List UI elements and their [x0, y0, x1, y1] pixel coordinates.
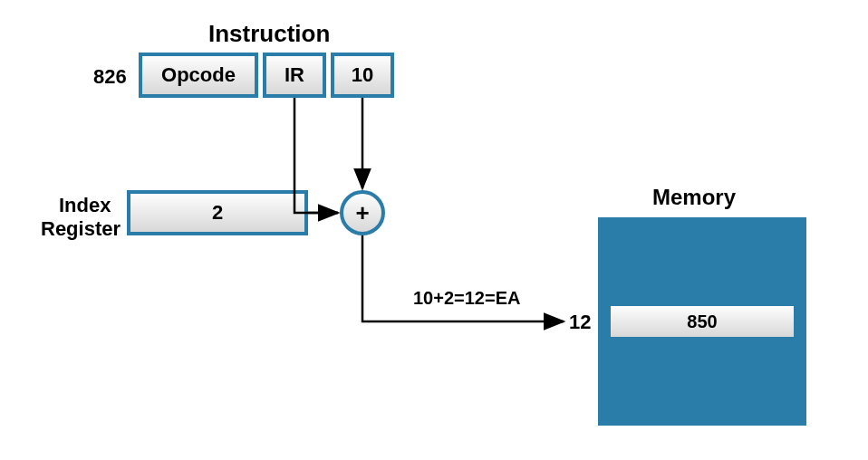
opcode-label: Opcode — [161, 63, 236, 87]
ir-label: IR — [285, 63, 304, 87]
memory-row: 850 — [607, 302, 797, 340]
memory-value: 850 — [687, 311, 717, 332]
adder-symbol: + — [355, 199, 369, 227]
index-register-label-line1: Index — [59, 194, 111, 217]
instruction-address: 826 — [93, 65, 127, 89]
index-register-cell: 2 — [127, 190, 308, 235]
memory-title: Memory — [652, 185, 736, 210]
ea-address-label: 12 — [569, 311, 591, 334]
opcode-cell: Opcode — [139, 53, 258, 98]
displacement-value: 10 — [352, 63, 373, 87]
adder-node: + — [340, 190, 385, 235]
index-register-value: 2 — [212, 201, 223, 225]
instruction-title: Instruction — [208, 20, 330, 48]
ir-cell: IR — [263, 53, 326, 98]
displacement-cell: 10 — [331, 53, 394, 98]
index-register-label-line2: Register — [41, 217, 121, 241]
ea-calc-label: 10+2=12=EA — [413, 288, 520, 309]
